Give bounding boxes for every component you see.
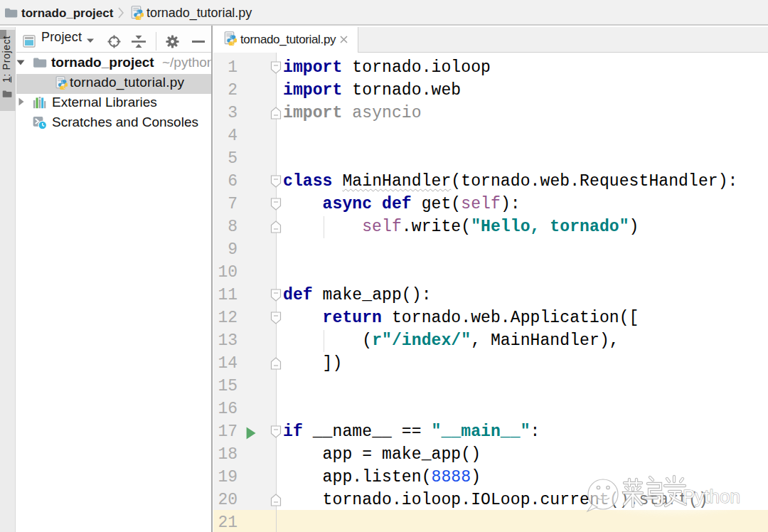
svg-text:Python: Python — [683, 486, 740, 507]
